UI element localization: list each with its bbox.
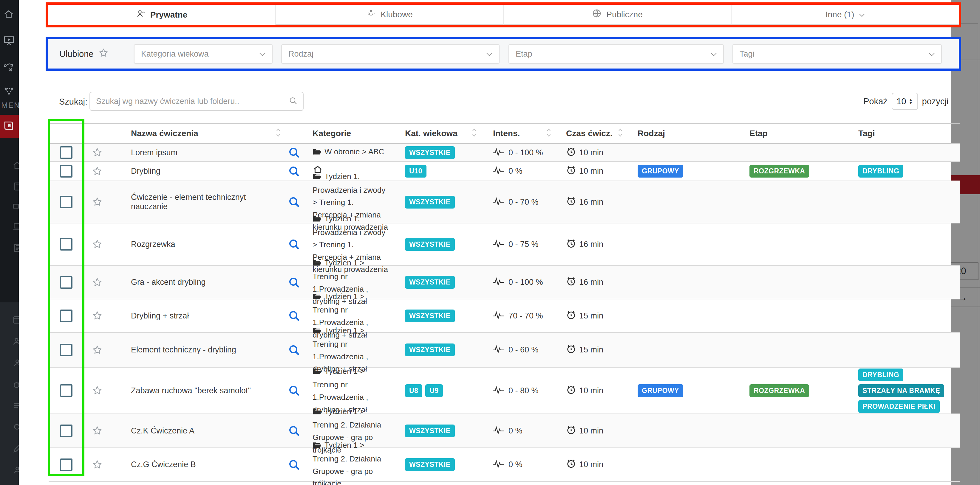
- search-icon[interactable]: [13, 422, 19, 432]
- exercise-table: Nazwa ćwiczenia Kategorie Kat. wiekowa I…: [49, 123, 960, 482]
- row-checkbox[interactable]: [60, 196, 72, 208]
- sidebar-item-tactics[interactable]: Ć: [0, 57, 19, 79]
- preview-zoom-icon[interactable]: [288, 385, 300, 396]
- dropdown-tags[interactable]: Tagi: [732, 44, 942, 64]
- home-icon[interactable]: [13, 160, 19, 170]
- favorite-star-icon[interactable]: [92, 311, 103, 321]
- age-badges: WSZYSTKIE: [397, 344, 484, 356]
- star-icon[interactable]: [98, 48, 109, 60]
- sidebar-item-presentation[interactable]: T: [0, 30, 19, 52]
- preview-zoom-icon[interactable]: [288, 165, 300, 177]
- sort-icon[interactable]: [618, 128, 623, 139]
- search-box: [89, 92, 304, 111]
- sort-icon[interactable]: [546, 128, 551, 139]
- header-intensity[interactable]: Intens.: [484, 128, 558, 139]
- table-row: Drybling + strzałTydzien 1 > Trening nr …: [49, 300, 960, 333]
- preview-zoom-icon[interactable]: [288, 238, 300, 250]
- table-row: Cz.G Ćwiczenie BTydzien 1 > Trening 2. D…: [49, 448, 960, 482]
- user-icon[interactable]: [13, 465, 19, 475]
- dropdown-placeholder: Kategoria wiekowa: [141, 49, 209, 59]
- list-icon[interactable]: [13, 401, 19, 411]
- table-row: Ćwiczenie - element technicznyt nauczani…: [49, 181, 960, 223]
- favorites-label: Ulubione: [59, 49, 93, 59]
- favorite-star-icon[interactable]: [92, 385, 103, 396]
- intensity-value: 0 - 70 %: [509, 198, 539, 207]
- preview-zoom-icon[interactable]: [288, 459, 300, 471]
- preview-zoom-icon[interactable]: [288, 344, 300, 356]
- favorite-star-icon[interactable]: [92, 197, 103, 208]
- stepper-arrows-icon[interactable]: ▲▼: [908, 98, 913, 104]
- header-age[interactable]: Kat. wiekowa: [397, 128, 484, 139]
- app-sidebar: S T Ć D MENU D: [0, 0, 19, 485]
- tab-private[interactable]: Prywatne: [48, 5, 275, 25]
- annotation-red-box: Prywatne Klubowe Publiczne Inne (1): [46, 2, 961, 27]
- row-checkbox[interactable]: [60, 309, 72, 322]
- favorites-filter[interactable]: Ulubione: [59, 39, 109, 68]
- row-checkbox[interactable]: [60, 344, 72, 356]
- row-checkbox[interactable]: [60, 425, 72, 437]
- clock-icon: [566, 385, 576, 397]
- preview-zoom-icon[interactable]: [288, 196, 300, 208]
- row-checkbox[interactable]: [60, 146, 72, 159]
- tab-other[interactable]: Inne (1): [731, 5, 959, 25]
- pencil-icon[interactable]: [13, 444, 19, 453]
- stage-badge: ROZGRZEWKA: [749, 165, 809, 178]
- exercise-name: Element techniczny - drybling: [131, 345, 236, 355]
- folder-icon: [313, 258, 321, 271]
- dropdown-type[interactable]: Rodzaj: [281, 44, 500, 64]
- age-badge: WSZYSTKIE: [405, 309, 455, 322]
- preview-zoom-icon[interactable]: [288, 147, 300, 158]
- intensity-value: 0 - 100 %: [509, 277, 543, 287]
- search-input[interactable]: [90, 97, 289, 106]
- exercise-name: Ćwiczenie - element technicznyt nauczani…: [131, 193, 281, 211]
- table-row: Gra - akcent dryblingTydzien 1 > Trening…: [49, 266, 960, 300]
- sort-icon[interactable]: [276, 128, 281, 139]
- row-checkbox[interactable]: [60, 165, 72, 178]
- user-icon[interactable]: [13, 358, 19, 368]
- window-icon[interactable]: [13, 315, 19, 325]
- intensity-icon: [493, 277, 506, 288]
- folder-icon: [313, 407, 321, 419]
- laptop-icon[interactable]: [13, 222, 19, 231]
- header-time[interactable]: Czas ćwicz.: [558, 128, 630, 139]
- favorite-star-icon[interactable]: [92, 166, 103, 177]
- clock-icon: [566, 425, 576, 437]
- preview-zoom-icon[interactable]: [288, 276, 300, 288]
- age-badges: U10: [397, 165, 484, 178]
- time-value: 16 min: [579, 240, 603, 249]
- preview-zoom-icon[interactable]: [288, 310, 300, 322]
- clipboard-icon[interactable]: [13, 243, 19, 253]
- user-plus-icon[interactable]: [13, 337, 19, 346]
- book-icon[interactable]: [13, 182, 19, 191]
- favorite-star-icon[interactable]: [92, 147, 103, 158]
- header-name[interactable]: Nazwa ćwiczenia: [111, 128, 281, 139]
- sort-icon[interactable]: [472, 128, 477, 139]
- time-value: 10 min: [579, 426, 603, 436]
- row-checkbox[interactable]: [60, 384, 72, 397]
- sidebar-item-formation[interactable]: D: [0, 81, 19, 103]
- dropdown-age-category[interactable]: Kategoria wiekowa: [134, 44, 273, 64]
- age-badge: WSZYSTKIE: [405, 458, 455, 471]
- favorite-star-icon[interactable]: [92, 277, 103, 288]
- row-checkbox[interactable]: [60, 458, 72, 471]
- favorite-star-icon[interactable]: [92, 345, 103, 355]
- age-badge: U9: [425, 384, 442, 397]
- clock-icon: [566, 310, 576, 322]
- book-icon: [3, 121, 14, 132]
- favorite-star-icon[interactable]: [92, 425, 103, 436]
- whistle-icon[interactable]: [13, 380, 19, 389]
- tab-public[interactable]: Publiczne: [503, 5, 731, 25]
- table-row: DryblingU100 %10 minGRUPOWYROZGRZEWKADRY…: [49, 162, 960, 181]
- preview-zoom-icon[interactable]: [288, 425, 300, 437]
- row-checkbox[interactable]: [60, 238, 72, 250]
- favorite-star-icon[interactable]: [92, 460, 103, 470]
- favorite-star-icon[interactable]: [92, 239, 103, 250]
- tab-club[interactable]: Klubowe: [275, 5, 503, 25]
- sidebar-item-home[interactable]: S: [0, 4, 19, 25]
- camera-icon[interactable]: [13, 201, 19, 211]
- page-size-stepper[interactable]: 10 ▲▼: [892, 93, 918, 110]
- sidebar-item-exercises-active[interactable]: D: [0, 115, 19, 138]
- stage-badge: ROZGRZEWKA: [749, 384, 809, 397]
- dropdown-stage[interactable]: Etap: [509, 44, 724, 64]
- row-checkbox[interactable]: [60, 276, 72, 288]
